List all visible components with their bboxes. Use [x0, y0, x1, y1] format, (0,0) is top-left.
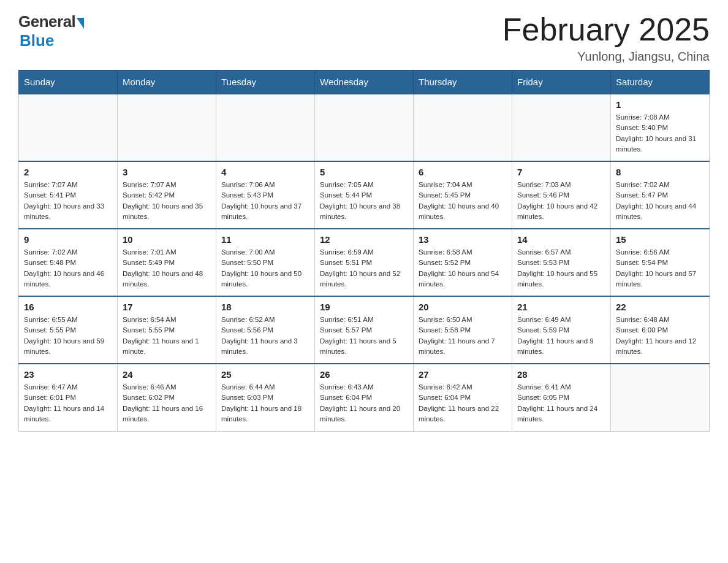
col-header-sunday: Sunday	[19, 71, 118, 94]
calendar-cell: 8Sunrise: 7:02 AM Sunset: 5:47 PM Daylig…	[611, 161, 710, 229]
day-number: 18	[221, 302, 309, 312]
day-info: Sunrise: 6:51 AM Sunset: 5:57 PM Dayligh…	[320, 315, 408, 357]
day-number: 4	[221, 167, 309, 177]
logo: General Blue	[18, 12, 84, 50]
col-header-tuesday: Tuesday	[216, 71, 315, 94]
week-row-5: 23Sunrise: 6:47 AM Sunset: 6:01 PM Dayli…	[19, 364, 710, 431]
day-number: 27	[419, 369, 507, 380]
calendar-cell: 1Sunrise: 7:08 AM Sunset: 5:40 PM Daylig…	[611, 94, 710, 161]
calendar-cell: 6Sunrise: 7:04 AM Sunset: 5:45 PM Daylig…	[414, 161, 512, 229]
day-info: Sunrise: 6:52 AM Sunset: 5:56 PM Dayligh…	[221, 315, 309, 357]
week-row-3: 9Sunrise: 7:02 AM Sunset: 5:48 PM Daylig…	[19, 229, 710, 296]
day-number: 25	[221, 369, 309, 380]
calendar-cell: 15Sunrise: 6:56 AM Sunset: 5:54 PM Dayli…	[611, 229, 710, 296]
day-info: Sunrise: 6:49 AM Sunset: 5:59 PM Dayligh…	[517, 315, 605, 357]
day-info: Sunrise: 7:05 AM Sunset: 5:44 PM Dayligh…	[320, 180, 408, 222]
week-row-1: 1Sunrise: 7:08 AM Sunset: 5:40 PM Daylig…	[19, 94, 710, 161]
col-header-wednesday: Wednesday	[315, 71, 414, 94]
day-info: Sunrise: 7:02 AM Sunset: 5:48 PM Dayligh…	[24, 247, 112, 289]
calendar-cell: 26Sunrise: 6:43 AM Sunset: 6:04 PM Dayli…	[315, 364, 414, 431]
calendar-cell: 14Sunrise: 6:57 AM Sunset: 5:53 PM Dayli…	[512, 229, 611, 296]
day-info: Sunrise: 7:07 AM Sunset: 5:42 PM Dayligh…	[123, 180, 211, 222]
day-number: 21	[517, 302, 605, 312]
day-info: Sunrise: 7:04 AM Sunset: 5:45 PM Dayligh…	[419, 180, 507, 222]
calendar-cell: 16Sunrise: 6:55 AM Sunset: 5:55 PM Dayli…	[19, 296, 118, 364]
day-info: Sunrise: 7:02 AM Sunset: 5:47 PM Dayligh…	[616, 180, 704, 222]
calendar-cell	[315, 94, 414, 161]
calendar-cell	[19, 94, 118, 161]
day-info: Sunrise: 6:47 AM Sunset: 6:01 PM Dayligh…	[24, 382, 112, 424]
calendar-cell: 11Sunrise: 7:00 AM Sunset: 5:50 PM Dayli…	[216, 229, 315, 296]
calendar-cell: 23Sunrise: 6:47 AM Sunset: 6:01 PM Dayli…	[19, 364, 118, 431]
day-number: 8	[616, 167, 704, 177]
week-row-2: 2Sunrise: 7:07 AM Sunset: 5:41 PM Daylig…	[19, 161, 710, 229]
col-header-saturday: Saturday	[611, 71, 710, 94]
day-number: 3	[123, 167, 211, 177]
day-info: Sunrise: 6:48 AM Sunset: 6:00 PM Dayligh…	[616, 315, 704, 357]
day-number: 26	[320, 369, 408, 380]
day-info: Sunrise: 7:03 AM Sunset: 5:46 PM Dayligh…	[517, 180, 605, 222]
calendar-cell: 4Sunrise: 7:06 AM Sunset: 5:43 PM Daylig…	[216, 161, 315, 229]
page-header: General Blue February 2025 Yunlong, Jian…	[18, 12, 710, 64]
day-number: 11	[221, 234, 309, 245]
day-number: 17	[123, 302, 211, 312]
logo-blue-text: Blue	[20, 31, 54, 50]
day-number: 19	[320, 302, 408, 312]
day-number: 1	[616, 99, 704, 110]
day-number: 6	[419, 167, 507, 177]
week-row-4: 16Sunrise: 6:55 AM Sunset: 5:55 PM Dayli…	[19, 296, 710, 364]
day-info: Sunrise: 6:58 AM Sunset: 5:52 PM Dayligh…	[419, 247, 507, 289]
calendar-cell: 9Sunrise: 7:02 AM Sunset: 5:48 PM Daylig…	[19, 229, 118, 296]
day-number: 16	[24, 302, 112, 312]
calendar-cell	[216, 94, 315, 161]
day-info: Sunrise: 6:59 AM Sunset: 5:51 PM Dayligh…	[320, 247, 408, 289]
calendar-cell: 24Sunrise: 6:46 AM Sunset: 6:02 PM Dayli…	[118, 364, 216, 431]
logo-arrow-icon	[77, 18, 84, 29]
month-title: February 2025	[502, 12, 710, 47]
calendar-cell	[414, 94, 512, 161]
day-number: 5	[320, 167, 408, 177]
calendar-cell: 17Sunrise: 6:54 AM Sunset: 5:55 PM Dayli…	[118, 296, 216, 364]
day-number: 12	[320, 234, 408, 245]
day-info: Sunrise: 6:46 AM Sunset: 6:02 PM Dayligh…	[123, 382, 211, 424]
day-info: Sunrise: 7:00 AM Sunset: 5:50 PM Dayligh…	[221, 247, 309, 289]
calendar-cell: 12Sunrise: 6:59 AM Sunset: 5:51 PM Dayli…	[315, 229, 414, 296]
day-info: Sunrise: 6:54 AM Sunset: 5:55 PM Dayligh…	[123, 315, 211, 357]
col-header-friday: Friday	[512, 71, 611, 94]
location: Yunlong, Jiangsu, China	[502, 50, 710, 64]
calendar-cell: 28Sunrise: 6:41 AM Sunset: 6:05 PM Dayli…	[512, 364, 611, 431]
day-number: 14	[517, 234, 605, 245]
calendar-cell: 10Sunrise: 7:01 AM Sunset: 5:49 PM Dayli…	[118, 229, 216, 296]
day-number: 15	[616, 234, 704, 245]
calendar-cell: 20Sunrise: 6:50 AM Sunset: 5:58 PM Dayli…	[414, 296, 512, 364]
day-number: 10	[123, 234, 211, 245]
day-number: 22	[616, 302, 704, 312]
day-number: 28	[517, 369, 605, 380]
title-block: February 2025 Yunlong, Jiangsu, China	[502, 12, 710, 64]
day-number: 2	[24, 167, 112, 177]
day-info: Sunrise: 6:50 AM Sunset: 5:58 PM Dayligh…	[419, 315, 507, 357]
day-number: 23	[24, 369, 112, 380]
calendar-cell	[118, 94, 216, 161]
calendar-cell	[512, 94, 611, 161]
calendar-cell: 27Sunrise: 6:42 AM Sunset: 6:04 PM Dayli…	[414, 364, 512, 431]
calendar-cell: 13Sunrise: 6:58 AM Sunset: 5:52 PM Dayli…	[414, 229, 512, 296]
calendar-table: SundayMondayTuesdayWednesdayThursdayFrid…	[18, 70, 710, 432]
calendar-cell	[611, 364, 710, 431]
col-header-monday: Monday	[118, 71, 216, 94]
day-info: Sunrise: 6:44 AM Sunset: 6:03 PM Dayligh…	[221, 382, 309, 424]
calendar-cell: 3Sunrise: 7:07 AM Sunset: 5:42 PM Daylig…	[118, 161, 216, 229]
day-number: 9	[24, 234, 112, 245]
day-number: 13	[419, 234, 507, 245]
day-info: Sunrise: 6:41 AM Sunset: 6:05 PM Dayligh…	[517, 382, 605, 424]
logo-general-text: General	[18, 12, 75, 31]
calendar-cell: 22Sunrise: 6:48 AM Sunset: 6:00 PM Dayli…	[611, 296, 710, 364]
day-number: 20	[419, 302, 507, 312]
calendar-cell: 7Sunrise: 7:03 AM Sunset: 5:46 PM Daylig…	[512, 161, 611, 229]
day-info: Sunrise: 7:07 AM Sunset: 5:41 PM Dayligh…	[24, 180, 112, 222]
day-info: Sunrise: 6:43 AM Sunset: 6:04 PM Dayligh…	[320, 382, 408, 424]
day-number: 7	[517, 167, 605, 177]
day-info: Sunrise: 6:55 AM Sunset: 5:55 PM Dayligh…	[24, 315, 112, 357]
calendar-cell: 21Sunrise: 6:49 AM Sunset: 5:59 PM Dayli…	[512, 296, 611, 364]
calendar-header-row: SundayMondayTuesdayWednesdayThursdayFrid…	[19, 71, 710, 94]
